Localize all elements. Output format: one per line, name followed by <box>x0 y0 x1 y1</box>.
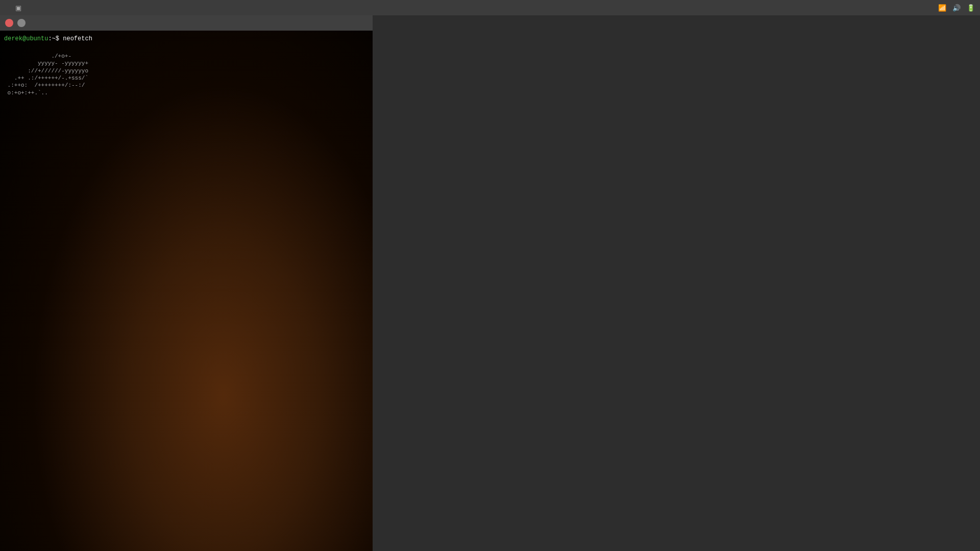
system-bar-left: ▣ <box>5 4 23 12</box>
terminal-body[interactable]: derek@ubuntu:~$ neofetch ./+o+- yyyyy- -… <box>0 31 373 551</box>
terminal-minimize-btn[interactable] <box>17 19 26 27</box>
volume-icon: 🔊 <box>952 4 961 12</box>
battery-icon: 🔋 <box>967 4 975 12</box>
terminal-app-label[interactable]: ▣ <box>15 4 23 12</box>
main-content: derek@ubuntu:~$ neofetch ./+o+- yyyyy- -… <box>0 15 980 551</box>
terminal-icon: ▣ <box>15 4 21 12</box>
terminal-close-btn[interactable] <box>5 19 13 27</box>
terminal-text: derek@ubuntu:~$ neofetch ./+o+- yyyyy- -… <box>4 35 369 96</box>
terminal-window: derek@ubuntu:~$ neofetch ./+o+- yyyyy- -… <box>0 15 373 551</box>
terminal-titlebar <box>0 15 373 31</box>
wifi-icon: 📶 <box>938 4 946 12</box>
terminal-background <box>0 31 373 551</box>
system-bar: ▣ 📶 🔊 🔋 <box>0 0 980 15</box>
system-bar-right: 📶 🔊 🔋 <box>938 4 975 12</box>
